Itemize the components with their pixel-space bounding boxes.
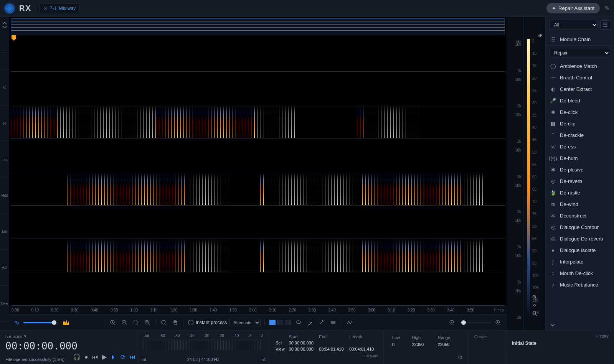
channel-label[interactable]: C	[0, 70, 9, 106]
db-tick: 85	[532, 237, 543, 241]
module-de-crackle[interactable]: ⺌De-crackle	[545, 129, 614, 141]
zoom-slider[interactable]	[460, 322, 490, 323]
level-meter-section: -Inf.-60-50-40-30-20-10-30 -Inf. 24-bit …	[138, 331, 269, 364]
record-button[interactable]: ●	[84, 354, 88, 361]
module-de-ess[interactable]: ssDe-ess	[545, 141, 614, 152]
spectrogram-track[interactable]	[11, 272, 505, 306]
waveform-spectrogram-blend-slider[interactable]	[23, 322, 58, 323]
module-de-clip[interactable]: ▮▮De-clip	[545, 118, 614, 129]
module-mouth-de-click[interactable]: ○Mouth De-click	[545, 267, 614, 279]
db-tick: 15	[532, 64, 543, 68]
wand-icon[interactable]: ✎	[604, 4, 610, 13]
spectrogram-track[interactable]	[11, 105, 505, 138]
hand-tool-icon[interactable]	[172, 319, 179, 326]
headphones-icon[interactable]: 🎧	[73, 353, 81, 361]
zoom-fit-icon[interactable]	[144, 319, 151, 326]
selection-unit: h:m:s.ms	[274, 352, 378, 358]
channel-label[interactable]: Rsr	[0, 250, 9, 286]
harmonics-tool-icon[interactable]	[346, 319, 353, 326]
instant-process-toggle[interactable]	[188, 320, 193, 325]
module-dialogue-contour[interactable]: ◴Dialogue Contour	[545, 221, 614, 233]
spectrogram-track[interactable]	[11, 72, 505, 105]
channel-label[interactable]: Rss	[0, 178, 9, 214]
brush-tool-icon[interactable]	[306, 319, 314, 326]
spectrogram-track[interactable]	[11, 239, 505, 272]
overview-strip[interactable]	[11, 18, 505, 35]
zoom-in-h-icon[interactable]	[494, 319, 502, 326]
module-filter-select[interactable]: All	[549, 20, 598, 30]
zoom-out-icon[interactable]	[120, 319, 128, 326]
module-interpolate[interactable]: ∫Interpolate	[545, 256, 614, 267]
play-button[interactable]: ▶	[102, 353, 107, 361]
channel-label[interactable]: R	[0, 106, 9, 142]
history-initial-state[interactable]: Initial State	[512, 341, 536, 346]
timeline-tick: 0:20	[51, 308, 71, 312]
zoom-selection-icon[interactable]	[132, 319, 140, 326]
module-de-plosive[interactable]: ✱De-plosive	[545, 164, 614, 175]
module-de-reverb[interactable]: ◎De-reverb	[545, 175, 614, 187]
lasso-tool-icon[interactable]	[295, 319, 302, 326]
instant-process-mode-select[interactable]: Attenuate	[229, 319, 261, 326]
collapse-toggles[interactable]	[0, 17, 9, 34]
db-zoom-out-icon[interactable]	[531, 310, 538, 317]
timefreq-selection-tool[interactable]	[277, 320, 283, 325]
waveform-view-icon[interactable]: ∿	[14, 318, 20, 327]
file-tab[interactable]: ⊗ 7-1_Mix.wav	[39, 3, 80, 13]
channel-label[interactable]: Lss	[0, 142, 9, 178]
freq-selection-tool[interactable]	[285, 320, 291, 325]
editor-area[interactable]: 0:000:100:200:300:400:501:001:101:201:30…	[9, 17, 507, 330]
module-label: De-wind	[560, 201, 578, 207]
zoom-out-h-icon[interactable]	[448, 319, 456, 326]
module-dialogue-de-reverb[interactable]: ◎Dialogue De-reverb	[545, 233, 614, 244]
module-chain-button[interactable]: Module Chain	[545, 33, 614, 46]
spectrogram-track[interactable]	[11, 206, 505, 239]
db-zoom-in-icon[interactable]	[531, 293, 538, 301]
module-label: De-ess	[560, 144, 576, 150]
module-de-click[interactable]: ✺De-click	[545, 106, 614, 118]
tracks[interactable]	[11, 38, 505, 306]
scroll-down-icon[interactable]	[545, 322, 614, 330]
find-similar-icon[interactable]	[329, 319, 337, 326]
wand-tool-icon[interactable]	[318, 319, 325, 326]
module-icon: ∫	[550, 259, 556, 265]
module-label: Deconstruct	[560, 213, 586, 219]
skip-back-button[interactable]: ⏮	[92, 354, 98, 361]
time-format-label[interactable]: h:m:s.ms	[5, 334, 23, 339]
spectrogram-track[interactable]	[11, 38, 505, 72]
zoom-in-icon[interactable]	[109, 319, 117, 326]
repair-assistant-button[interactable]: ✦ Repair Assistant	[546, 3, 600, 13]
module-de-rustle[interactable]: 🍃De-rustle	[545, 187, 614, 198]
loop-button[interactable]: ⟳	[120, 353, 125, 361]
module-category-select[interactable]: Repair	[549, 48, 610, 58]
sidebar-menu-button[interactable]	[600, 20, 610, 30]
channel-label[interactable]: LFE	[0, 286, 9, 322]
spectrogram-track[interactable]	[11, 138, 505, 172]
module-center-extract[interactable]: ◐Center Extract	[545, 83, 614, 95]
timeline-tick: 1:20	[170, 308, 190, 312]
meter-tick: -50	[174, 334, 180, 338]
db-scale-handle[interactable]	[533, 304, 536, 306]
module-de-hum[interactable]: ((•))De-hum	[545, 152, 614, 164]
module-breath-control[interactable]: 〰Breath Control	[545, 72, 614, 83]
timeline[interactable]: 0:000:100:200:300:400:501:001:101:201:30…	[9, 306, 507, 314]
module-deconstruct[interactable]: ✲Deconstruct	[545, 210, 614, 221]
module-de-wind[interactable]: ≋De-wind	[545, 198, 614, 210]
zoom-tool-icon[interactable]	[160, 319, 168, 326]
time-selection-tool[interactable]	[269, 320, 276, 325]
audio-format-label: 24-bit | 44100 Hz	[187, 357, 220, 362]
module-icon: ✱	[550, 166, 556, 173]
close-tab-icon[interactable]: ⊗	[43, 5, 48, 11]
module-music-rebalance[interactable]: ♪Music Rebalance	[545, 279, 614, 290]
channel-label[interactable]: Lsr	[0, 214, 9, 250]
spectrogram-track[interactable]	[11, 172, 505, 206]
play-selection-button[interactable]: ⏵	[111, 354, 117, 361]
module-ambience-match[interactable]: ◯Ambience Match	[545, 60, 614, 72]
module-icon: 🎤	[550, 97, 556, 104]
module-de-bleed[interactable]: 🎤De-bleed	[545, 95, 614, 106]
channel-label[interactable]: L	[0, 34, 9, 70]
dropdown-icon[interactable]: ▾	[24, 334, 26, 339]
spectrogram-view-icon[interactable]	[62, 318, 70, 327]
module-icon: ◴	[550, 224, 556, 230]
skip-forward-button[interactable]: ⏭	[129, 354, 135, 361]
module-dialogue-isolate[interactable]: ●Dialogue Isolate	[545, 244, 614, 256]
